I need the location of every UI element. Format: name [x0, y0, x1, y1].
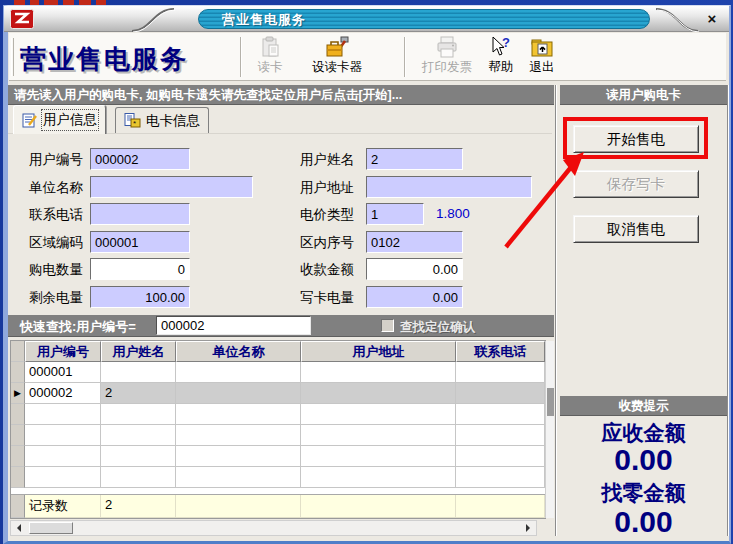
- setup-card-reader-label: 设读卡器: [312, 59, 362, 76]
- phone-field[interactable]: [90, 203, 190, 225]
- read-card-panel-header: 读用户购电卡: [560, 85, 727, 105]
- price-type-field[interactable]: [366, 203, 424, 225]
- unit-name-field[interactable]: [90, 176, 253, 198]
- user-id-field[interactable]: [90, 148, 190, 170]
- unit-name-label: 单位名称: [29, 179, 83, 197]
- instruction-banner: 请先读入用户的购电卡, 如购电卡遗失请先查找定位用户后点击[开始]...: [8, 85, 554, 105]
- scroll-left-arrow[interactable]: [11, 521, 27, 535]
- locate-confirm-label: 查找定位确认: [400, 319, 475, 336]
- vertical-scrollbar-thumb[interactable]: [547, 388, 554, 416]
- price-type-label: 电价类型: [300, 206, 354, 224]
- table-header-row: 用户编号 用户姓名 单位名称 用户地址 联系电话: [11, 341, 545, 362]
- read-card-button[interactable]: 读卡: [248, 36, 292, 80]
- change-amount-value: 0.00: [560, 505, 727, 539]
- cell-user-id[interactable]: 000002: [25, 383, 101, 404]
- fee-panel-header: 收费提示: [560, 396, 727, 416]
- row-indicator: [11, 362, 25, 383]
- panel-divider: [727, 85, 729, 536]
- user-table[interactable]: 用户编号 用户姓名 单位名称 用户地址 联系电话 000001 ▶ 000002…: [10, 340, 546, 519]
- unit-price-value: 1.800: [436, 206, 470, 221]
- area-serial-field[interactable]: [366, 231, 463, 253]
- help-label: 帮助: [489, 59, 514, 76]
- cell-unit-name[interactable]: [176, 362, 301, 383]
- row-indicator-header: [11, 341, 25, 362]
- cancel-sale-button[interactable]: 取消售电: [573, 215, 699, 243]
- svg-text:*: *: [133, 119, 136, 128]
- locate-confirm-checkbox[interactable]: [381, 319, 394, 332]
- close-button[interactable]: ×: [700, 9, 724, 29]
- record-count-value: 2: [101, 495, 176, 518]
- cell-user-name[interactable]: [101, 362, 176, 383]
- current-row-marker: ▶: [11, 383, 25, 404]
- toolbox-icon: [324, 36, 350, 58]
- area-code-field[interactable]: [90, 231, 190, 253]
- received-amount-label: 收款金额: [300, 261, 354, 279]
- col-header-unit-name[interactable]: 单位名称: [176, 341, 301, 362]
- cell-unit-name[interactable]: [176, 383, 301, 404]
- horizontal-scrollbar-thumb[interactable]: [29, 522, 73, 534]
- cell-phone[interactable]: [456, 362, 545, 383]
- table-footer-row: 记录数 2: [11, 494, 545, 518]
- change-amount-label: 找零金额: [560, 479, 727, 507]
- user-name-field[interactable]: [366, 148, 463, 170]
- remaining-energy-label: 剩余电量: [29, 289, 83, 307]
- received-amount-field[interactable]: [366, 258, 463, 280]
- exit-icon: [530, 36, 554, 58]
- table-row-empty: [11, 446, 545, 467]
- help-button[interactable]: ? 帮助: [482, 36, 520, 80]
- cell-user-address[interactable]: [301, 383, 456, 404]
- tab-user-info[interactable]: 用户信息: [13, 105, 106, 134]
- print-invoice-label: 打印发票: [422, 59, 472, 76]
- col-header-user-id[interactable]: 用户编号: [25, 341, 101, 362]
- col-header-user-name[interactable]: 用户姓名: [101, 341, 176, 362]
- quick-search-input[interactable]: [156, 316, 311, 335]
- svg-text:?: ?: [502, 36, 510, 50]
- tab-card-info-label: 电卡信息: [146, 112, 200, 130]
- area-code-label: 区域编码: [29, 234, 83, 252]
- record-count-label: 记录数: [25, 495, 101, 518]
- print-invoice-button[interactable]: 打印发票: [412, 36, 482, 80]
- horizontal-scrollbar[interactable]: [10, 520, 537, 536]
- scroll-right-arrow[interactable]: [520, 521, 536, 535]
- window-title: 营业售电服务: [222, 11, 306, 29]
- col-header-user-address[interactable]: 用户地址: [301, 341, 456, 362]
- cell-user-address[interactable]: [301, 362, 456, 383]
- user-address-label: 用户地址: [300, 179, 354, 197]
- user-id-label: 用户编号: [29, 151, 83, 169]
- exit-button[interactable]: 退出: [524, 36, 560, 80]
- setup-card-reader-button[interactable]: 设读卡器: [300, 36, 374, 80]
- card-info-icon: *: [124, 113, 141, 128]
- user-info-icon: [22, 113, 38, 128]
- cell-user-name[interactable]: 2: [101, 383, 176, 404]
- cell-phone[interactable]: [456, 383, 545, 404]
- toolbar-separator: [404, 37, 406, 77]
- table-row[interactable]: 000001: [11, 362, 545, 383]
- cell-user-id[interactable]: 000001: [25, 362, 101, 383]
- tab-user-info-label: 用户信息: [43, 111, 97, 129]
- vertical-scrollbar[interactable]: [545, 341, 554, 518]
- start-sale-button[interactable]: 开始售电: [573, 125, 699, 153]
- user-address-field[interactable]: [366, 176, 532, 198]
- tab-card-info[interactable]: * 电卡信息: [115, 107, 209, 133]
- user-name-label: 用户姓名: [300, 151, 354, 169]
- app-logo-icon: [10, 9, 34, 29]
- area-serial-label: 区内序号: [300, 234, 354, 252]
- remaining-energy-field[interactable]: [90, 286, 190, 308]
- panel-divider: [555, 85, 557, 536]
- printer-icon: [435, 36, 459, 58]
- app-title: 营业售电服务: [20, 42, 188, 77]
- save-write-card-button[interactable]: 保存写卡: [573, 170, 699, 198]
- purchase-qty-field[interactable]: [90, 258, 190, 280]
- card-reader-icon: [258, 36, 282, 58]
- purchase-qty-label: 购电数量: [29, 261, 83, 279]
- table-row-empty: [11, 467, 545, 488]
- table-row-empty: [11, 404, 545, 425]
- table-row-selected[interactable]: ▶ 000002 2: [11, 383, 545, 404]
- write-card-energy-field[interactable]: [366, 286, 463, 308]
- read-card-label: 读卡: [258, 59, 283, 76]
- help-cursor-icon: ?: [489, 36, 513, 58]
- col-header-phone[interactable]: 联系电话: [456, 341, 545, 362]
- toolbar-gripper[interactable]: [11, 38, 14, 76]
- toolbar-separator: [240, 37, 242, 77]
- write-card-energy-label: 写卡电量: [300, 289, 354, 307]
